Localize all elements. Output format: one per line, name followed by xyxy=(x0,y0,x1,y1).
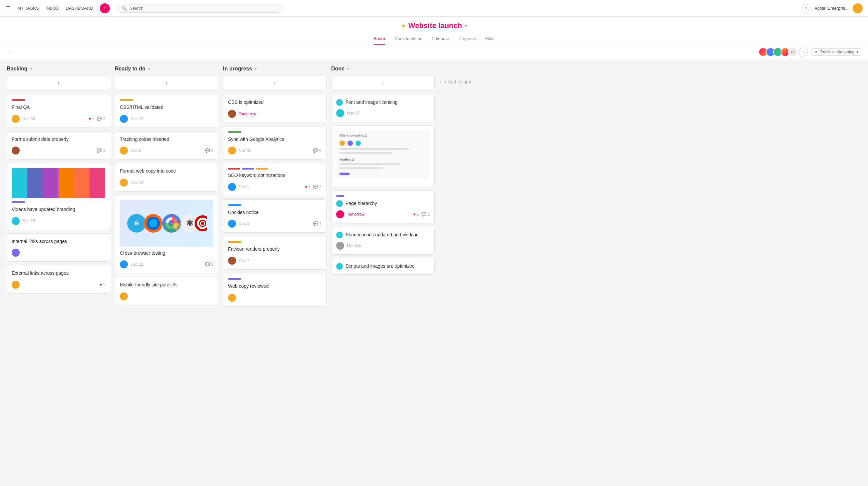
add-column-button[interactable]: + + Add column xyxy=(439,76,472,87)
card-design-preview[interactable]: This is a Heading 2 Heading 2 xyxy=(331,126,435,187)
search-bar: 🔍 xyxy=(117,4,283,13)
tab-board[interactable]: Board xyxy=(374,33,385,45)
card-scripts-images[interactable]: ✓ Scripts and images are optimized xyxy=(331,258,435,275)
card-footer: Dec 19 xyxy=(120,179,213,187)
card-footer: Dec 2 💬 2 xyxy=(120,147,213,155)
card-css-html[interactable]: CSS/HTML validated Dec 19 xyxy=(115,94,218,128)
done-check-icon: ✓ xyxy=(336,200,343,207)
card-likes: ♥ 2 xyxy=(413,212,419,217)
card-font-licensing[interactable]: ✓ Font and image licensing Nov 30 xyxy=(331,94,435,122)
tab-calendar[interactable]: Calendar xyxy=(432,33,450,45)
add-card-backlog-button[interactable]: + xyxy=(7,76,110,91)
card-avatar xyxy=(12,217,20,225)
card-title-row: ✓ Scripts and images are optimized xyxy=(336,263,430,270)
search-icon: 🔍 xyxy=(122,6,127,11)
card-date: Dec 29 xyxy=(22,219,35,223)
visibility-button[interactable]: 👁 Public to Marketing ▾ xyxy=(811,48,861,56)
card-avatar xyxy=(120,179,128,187)
card-avatar xyxy=(336,210,344,218)
column-backlog: Backlog ▾ + Final QA Dec 30 ♥ 1 💬 2 Form… xyxy=(7,66,110,297)
card-date: Dec 2 xyxy=(130,148,141,153)
add-card-done-button[interactable]: + xyxy=(331,76,435,91)
my-tasks-link[interactable]: MY TASKS xyxy=(18,6,39,11)
inbox-link[interactable]: INBOX xyxy=(45,6,59,11)
column-ready-to-do: Ready to do ▾ + CSS/HTML validated Dec 1… xyxy=(115,66,218,309)
dashboard-link[interactable]: DASHBOARD xyxy=(66,6,93,11)
tab-files[interactable]: Files xyxy=(486,33,494,45)
menu-icon[interactable]: ☰ xyxy=(5,5,11,12)
tag-yellow xyxy=(256,168,268,169)
eye-icon: 👁 xyxy=(814,50,818,55)
project-chevron-icon[interactable]: ▾ xyxy=(465,23,467,28)
card-format-web-copy[interactable]: Format web copy into code Dec 19 xyxy=(115,163,218,192)
tag-purple xyxy=(242,168,254,169)
design-preview-image: This is a Heading 2 Heading 2 xyxy=(336,131,430,179)
card-seo-keywords[interactable]: SEO keyword optimizations Dec 1 ♥ 1 💬 3 xyxy=(223,163,327,196)
card-footer: Dec 21 💬 2 xyxy=(120,260,213,268)
top-nav: ☰ MY TASKS INBOX DASHBOARD + 🔍 ? Apollo … xyxy=(0,0,868,17)
visibility-label: Public to Marketing xyxy=(820,50,854,55)
card-sync-analytics[interactable]: Sync with Google Analytics Nov 30 💬 6 xyxy=(223,126,327,160)
column-backlog-header: Backlog ▾ xyxy=(7,66,110,72)
card-footer: Dec 30 ♥ 1 💬 2 xyxy=(12,115,105,123)
done-check-icon: ✓ xyxy=(336,232,343,238)
help-button[interactable]: ? xyxy=(802,4,810,13)
org-name: Apollo Enterpris... xyxy=(814,6,849,11)
card-title: Scripts and images are optimized xyxy=(345,263,415,270)
column-done-chevron-icon[interactable]: ▾ xyxy=(347,66,349,71)
card-final-qa[interactable]: Final QA Dec 30 ♥ 1 💬 2 xyxy=(7,94,110,128)
card-title: Tracking codes inserted xyxy=(120,136,213,143)
tab-progress[interactable]: Progress xyxy=(459,33,476,45)
card-forms-submit[interactable]: Forms submit data properly 💬 3 xyxy=(7,131,110,160)
search-input[interactable] xyxy=(129,6,278,11)
card-date: Dec 30 xyxy=(22,117,35,121)
board: Backlog ▾ + Final QA Dec 30 ♥ 1 💬 2 Form… xyxy=(0,59,868,486)
card-title: Mobile-friendly site parallels xyxy=(120,282,213,288)
card-title: Videos have updated branding xyxy=(12,206,105,213)
card-tracking-codes[interactable]: Tracking codes inserted Dec 2 💬 2 xyxy=(115,131,218,160)
grad-seg-1 xyxy=(12,168,27,198)
card-css-optimized[interactable]: CSS is optimized Tomorrow xyxy=(223,94,327,123)
tag-red xyxy=(228,168,240,169)
add-card-inprogress-button[interactable]: + xyxy=(223,76,327,91)
card-avatar xyxy=(228,110,236,118)
card-internal-links[interactable]: Internal links across pages xyxy=(7,233,110,262)
card-avatar xyxy=(120,292,128,300)
card-web-copy-reviewed[interactable]: Web copy reviewed xyxy=(223,273,327,307)
column-backlog-chevron-icon[interactable]: ▾ xyxy=(30,66,32,71)
card-title: Sharing icons updated and working xyxy=(345,232,418,238)
new-task-button[interactable]: + xyxy=(100,3,110,13)
card-mobile-friendly[interactable]: Mobile-friendly site parallels xyxy=(115,277,218,305)
card-title: Final QA xyxy=(12,104,105,111)
card-date: Dec 5 xyxy=(239,221,249,226)
card-date: Dec 7 xyxy=(239,258,249,263)
card-meta: 💬 1 xyxy=(313,221,321,226)
column-in-progress-chevron-icon[interactable]: ▾ xyxy=(255,66,257,71)
card-cookies-notice[interactable]: Cookies notice Dec 5 💬 1 xyxy=(223,199,327,233)
add-member-button[interactable]: + xyxy=(799,47,808,57)
card-external-links[interactable]: External links across pages ♥ 1 xyxy=(7,265,110,294)
card-meta: 💬 2 xyxy=(205,262,213,267)
card-favicon[interactable]: Favicon renders properly Dec 7 xyxy=(223,236,327,270)
team-count[interactable]: +7 xyxy=(788,47,797,57)
card-page-hierarchy[interactable]: ✓ Page hierarchy Tomorrow ♥ 2 💬 2 xyxy=(331,190,435,223)
card-comments: 💬 3 xyxy=(97,148,105,153)
gradient-preview xyxy=(12,168,105,198)
collapse-icon[interactable]: ⌃ xyxy=(7,50,10,55)
card-footer xyxy=(120,292,213,300)
card-footer: Nov 30 xyxy=(336,109,430,117)
tab-conversations[interactable]: Conversations xyxy=(395,33,422,45)
card-footer: Dec 19 xyxy=(120,115,213,123)
add-card-ready-button[interactable]: + xyxy=(115,76,218,91)
card-cross-browser[interactable]: e ✱ xyxy=(115,195,218,274)
card-footer: Tomorrow xyxy=(228,110,321,118)
card-sharing-icons[interactable]: ✓ Sharing icons updated and working Mond… xyxy=(331,227,435,255)
user-avatar[interactable] xyxy=(852,3,863,13)
column-in-progress-title: In progress xyxy=(223,66,252,72)
card-title: Sync with Google Analytics xyxy=(228,136,321,143)
card-tag xyxy=(228,278,241,280)
card-title: Page hierarchy xyxy=(345,200,377,207)
card-videos-branding[interactable]: Videos have updated branding Dec 29 xyxy=(7,163,110,230)
column-ready-chevron-icon[interactable]: ▾ xyxy=(148,66,150,71)
card-title: SEO keyword optimizations xyxy=(228,172,321,179)
